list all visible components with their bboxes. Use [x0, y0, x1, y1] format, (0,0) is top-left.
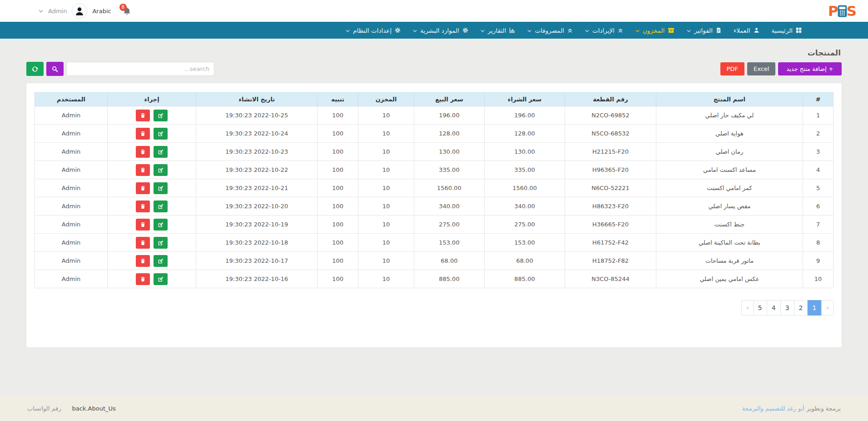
- edit-icon: [158, 167, 164, 173]
- nav-item-label: المصروفات: [535, 27, 564, 34]
- nav-item-link[interactable]: الفواتير: [687, 27, 721, 34]
- cell-part-number: H61752-F42: [565, 234, 656, 252]
- table-row: 1لي مكيف حار اصليN2CO-69852196.00196.001…: [35, 106, 833, 125]
- pdf-export-button[interactable]: PDF: [720, 62, 744, 75]
- table-row: 10عكس امامي يمين اصليN3CO-85244885.00885…: [35, 270, 833, 288]
- cell-sale-price: 196.00: [414, 106, 485, 125]
- nav-item-link[interactable]: الرئيسية: [772, 27, 802, 34]
- cell-user: Admin: [35, 252, 108, 270]
- cell-index: 3: [803, 143, 833, 161]
- table-row: 6مقص يسار اصليH86323-F20340.00340.001010…: [35, 197, 833, 216]
- edit-row-button[interactable]: [154, 255, 168, 267]
- language-selector[interactable]: Arabic: [92, 8, 111, 15]
- nav-item-label: الإيرادات: [592, 27, 615, 34]
- page-button[interactable]: 4: [767, 300, 781, 316]
- delete-row-button[interactable]: [136, 110, 150, 121]
- box-icon: [668, 27, 675, 33]
- cell-created-at: 19:30:23 2022-10-23: [196, 143, 317, 161]
- cell-product-name: مساعد اكسنت امامي: [656, 161, 803, 179]
- calculator-icon: [838, 5, 847, 17]
- developer-link[interactable]: أبو رغد للتصميم والبرمجة: [742, 405, 804, 412]
- page-button[interactable]: 2: [794, 300, 808, 316]
- topbar: Admin Arabic 8 P S: [0, 0, 868, 22]
- search-input[interactable]: [66, 62, 214, 76]
- chevrons-up-icon: [618, 28, 623, 33]
- cell-created-at: 19:30:23 2022-10-25: [196, 106, 317, 125]
- delete-row-button[interactable]: [136, 182, 150, 194]
- cell-created-at: 19:30:23 2022-10-19: [196, 216, 317, 234]
- cell-created-at: 19:30:23 2022-10-24: [196, 125, 317, 143]
- edit-row-button[interactable]: [154, 200, 168, 212]
- edit-icon: [158, 149, 164, 155]
- cell-user: Admin: [35, 161, 108, 179]
- nav-item-link[interactable]: العملاء: [734, 27, 759, 34]
- cell-alert: 100: [317, 161, 358, 179]
- page-button[interactable]: 3: [780, 300, 794, 316]
- trash-icon: [140, 149, 145, 155]
- trash-icon: [140, 167, 145, 173]
- prev-page-button[interactable]: ‹: [741, 300, 754, 316]
- about-link[interactable]: back.About_Us: [72, 405, 116, 412]
- add-product-button[interactable]: + إضافة منتج جديد: [778, 62, 842, 75]
- cell-actions: [108, 216, 196, 234]
- refresh-button[interactable]: [26, 62, 44, 76]
- cell-purchase-price: 130.00: [484, 143, 565, 161]
- table-row: 2هواية اصليN5CO-68532128.00128.001010019…: [35, 125, 833, 143]
- nav-item-link[interactable]: التقارير: [481, 27, 516, 34]
- edit-row-button[interactable]: [154, 164, 168, 176]
- column-header: سعر البيع: [414, 93, 485, 106]
- toolbar: + إضافة منتج جديد Excel PDF: [26, 62, 842, 76]
- nav-item-label: الرئيسية: [772, 27, 793, 34]
- nav-item-active[interactable]: المخزون: [635, 27, 675, 34]
- page-button[interactable]: 1: [807, 300, 821, 316]
- delete-row-button[interactable]: [136, 146, 150, 158]
- cell-stock: 10: [358, 161, 414, 179]
- chevron-down-icon[interactable]: [39, 10, 43, 13]
- chevron-down-icon: [527, 30, 531, 32]
- avatar[interactable]: [72, 3, 87, 19]
- delete-row-button[interactable]: [136, 255, 150, 267]
- refresh-icon: [31, 65, 39, 73]
- column-header: #: [803, 93, 833, 106]
- search-button[interactable]: [46, 62, 64, 76]
- page-button[interactable]: 5: [753, 300, 767, 316]
- cell-actions: [108, 161, 196, 179]
- cell-alert: 100: [317, 216, 358, 234]
- admin-menu[interactable]: Admin: [48, 8, 67, 15]
- delete-row-button[interactable]: [136, 273, 150, 285]
- excel-export-button[interactable]: Excel: [747, 62, 775, 75]
- delete-row-button[interactable]: [136, 237, 150, 249]
- cell-purchase-price: 128.00: [484, 125, 565, 143]
- delete-row-button[interactable]: [136, 128, 150, 140]
- nav-item-link[interactable]: إعدادات النظام: [346, 27, 401, 34]
- nav-item-link[interactable]: الموارد البشرية: [413, 27, 468, 34]
- user-icon: [754, 27, 759, 33]
- whatsapp-link[interactable]: رقم الواتساب: [27, 405, 61, 412]
- delete-row-button[interactable]: [136, 219, 150, 231]
- edit-row-button[interactable]: [154, 146, 168, 158]
- nav-item-label: الفواتير: [694, 27, 713, 34]
- edit-row-button[interactable]: [154, 219, 168, 231]
- cell-index: 2: [803, 125, 833, 143]
- table-row: 9ماتور قربة مساحاتH18752-F8268.0068.0010…: [35, 252, 833, 270]
- edit-row-button[interactable]: [154, 237, 168, 249]
- cell-alert: 100: [317, 234, 358, 252]
- chevrons-up-icon: [567, 28, 573, 33]
- edit-row-button[interactable]: [154, 273, 168, 285]
- delete-row-button[interactable]: [136, 200, 150, 212]
- nav-item-link[interactable]: الإيرادات: [585, 27, 623, 34]
- trash-icon: [140, 113, 145, 118]
- cell-stock: 10: [358, 143, 414, 161]
- edit-row-button[interactable]: [154, 128, 168, 140]
- edit-icon: [158, 276, 164, 282]
- nav-item-link[interactable]: المصروفات: [527, 27, 573, 34]
- edit-row-button[interactable]: [154, 110, 168, 121]
- edit-row-button[interactable]: [154, 182, 168, 194]
- delete-row-button[interactable]: [136, 164, 150, 176]
- next-page-button[interactable]: ›: [821, 300, 834, 316]
- cell-alert: 100: [317, 179, 358, 197]
- notifications-bell[interactable]: 8: [123, 7, 131, 15]
- cell-stock: 10: [358, 179, 414, 197]
- cell-alert: 100: [317, 197, 358, 216]
- cell-created-at: 19:30:23 2022-10-22: [196, 161, 317, 179]
